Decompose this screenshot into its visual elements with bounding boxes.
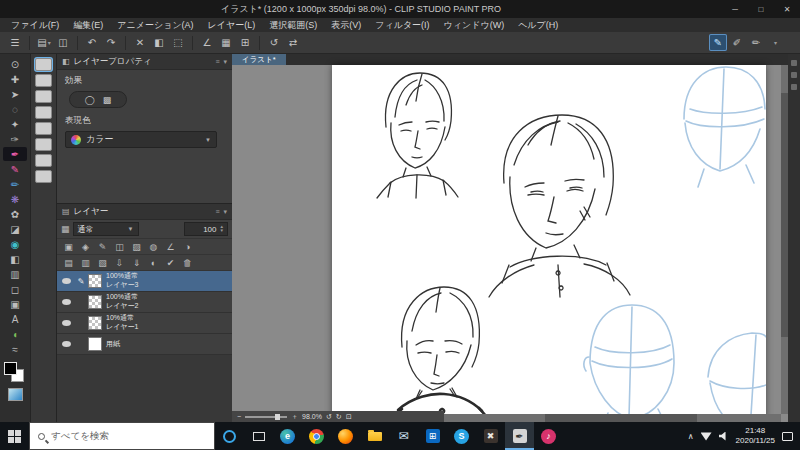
menu-filter[interactable]: フィルター(I) — [368, 19, 436, 32]
menu-window[interactable]: ウィンドウ(W) — [437, 19, 512, 32]
curve-line-icon[interactable]: ✏ — [747, 34, 765, 51]
minimize-icon[interactable]: ─ — [722, 0, 748, 18]
view-flip-icon[interactable]: ⇄ — [284, 34, 302, 51]
menu-selection[interactable]: 選択範囲(S) — [262, 19, 324, 32]
firefox-button[interactable] — [331, 422, 360, 450]
subtool-item[interactable] — [35, 106, 52, 119]
merge-down-icon[interactable]: ⇓ — [130, 257, 143, 269]
visibility-eye-icon[interactable] — [62, 320, 71, 326]
layer-thumbnail[interactable] — [88, 274, 102, 288]
zoom-tool-icon[interactable]: ⊙ — [3, 57, 27, 71]
zoom-in-icon[interactable]: ＋ — [291, 412, 298, 422]
cortana-button[interactable] — [215, 422, 244, 450]
menu-view[interactable]: 表示(V) — [324, 19, 368, 32]
navigator-palette-tab[interactable] — [791, 72, 797, 78]
apply-mask-icon[interactable]: ✔ — [164, 257, 177, 269]
clip-studio-paint-button[interactable]: ✒ — [505, 422, 534, 450]
layer-panel-header[interactable]: ▤ レイヤー ≡▾ — [57, 204, 232, 220]
panel-collapse-icon[interactable]: ▾ — [223, 208, 227, 216]
subtool-item[interactable] — [35, 170, 52, 183]
menu-layer[interactable]: レイヤー(L) — [201, 19, 263, 32]
tray-expand-icon[interactable]: ∧ — [688, 432, 694, 441]
operation-tool-icon[interactable]: ➤ — [3, 87, 27, 101]
snap-grid-icon[interactable]: ▦ — [217, 34, 235, 51]
move-tool-icon[interactable]: ✚ — [3, 72, 27, 86]
new-canvas-icon[interactable]: ▤▾ — [35, 34, 53, 51]
gradient-tool-icon[interactable]: ▥ — [3, 267, 27, 281]
layer-row[interactable]: 100%通常 レイヤー2 — [57, 292, 232, 313]
panel-menu-icon[interactable]: ≡ — [215, 58, 219, 66]
menu-file[interactable]: ファイル(F) — [4, 19, 66, 32]
figure-tool-icon[interactable]: ◻ — [3, 282, 27, 296]
task-view-button[interactable] — [244, 422, 273, 450]
panel-collapse-icon[interactable]: ▾ — [223, 58, 227, 66]
clip-studio-button[interactable]: ✖ — [476, 422, 505, 450]
horizontal-scrollbar-thumb[interactable] — [545, 414, 697, 422]
canvas-page[interactable] — [332, 65, 766, 422]
command-bar-more-icon[interactable]: ▾ — [766, 34, 784, 51]
blend-tool-icon[interactable]: ◉ — [3, 237, 27, 251]
save-icon[interactable]: ◫ — [54, 34, 72, 51]
balloon-tool-icon[interactable]: ◖ — [3, 327, 27, 341]
snap-special-icon[interactable]: ⊞ — [236, 34, 254, 51]
lock-transparent-icon[interactable]: ▨ — [130, 241, 143, 253]
snap-ruler-icon[interactable]: ∠ — [198, 34, 216, 51]
primary-color-swatch[interactable] — [4, 362, 17, 375]
volume-icon[interactable] — [719, 432, 729, 441]
layer-property-header[interactable]: ◧ レイヤープロパティ ≡▾ — [57, 54, 232, 70]
vertical-scrollbar[interactable] — [781, 65, 788, 414]
chrome-button[interactable] — [302, 422, 331, 450]
edge-button[interactable]: e — [273, 422, 302, 450]
layer-row[interactable]: ✎ 100%通常 レイヤー3 — [57, 271, 232, 292]
zoom-slider[interactable] — [245, 416, 287, 418]
blend-mode-dropdown[interactable]: 通常 ▼ — [73, 222, 139, 236]
new-folder-icon[interactable]: ▧ — [96, 257, 109, 269]
view-rotate-icon[interactable]: ↺ — [265, 34, 283, 51]
rotate-left-icon[interactable]: ↺ — [326, 413, 332, 421]
taskbar-search-input[interactable]: すべてを検索 — [29, 422, 215, 450]
lock-layer-icon[interactable]: ◫ — [113, 241, 126, 253]
paper-thumbnail[interactable] — [88, 337, 102, 351]
layer-row[interactable]: 10%通常 レイヤー1 — [57, 313, 232, 334]
pencil-tool-icon[interactable]: ✎ — [3, 162, 27, 176]
sub-color-swatch[interactable] — [8, 388, 23, 401]
document-tab[interactable]: イラスト* — [232, 54, 286, 65]
vertical-scrollbar-thumb[interactable] — [781, 93, 788, 337]
wifi-icon[interactable] — [701, 432, 712, 441]
fill-icon[interactable]: ◧ — [150, 34, 168, 51]
undo-icon[interactable]: ↶ — [83, 34, 101, 51]
main-menu-icon[interactable]: ☰ — [6, 34, 24, 51]
notification-center-icon[interactable] — [782, 432, 793, 441]
visibility-eye-icon[interactable] — [62, 341, 71, 347]
menu-animation[interactable]: アニメーション(A) — [110, 19, 200, 32]
auto-select-tool-icon[interactable]: ✦ — [3, 117, 27, 131]
horizontal-scrollbar[interactable] — [444, 414, 781, 422]
clipping-icon[interactable]: ▣ — [62, 241, 75, 253]
layer-row[interactable]: 用紙 — [57, 334, 232, 355]
history-palette-tab[interactable] — [791, 84, 797, 90]
decoration-tool-icon[interactable]: ✿ — [3, 207, 27, 221]
close-icon[interactable]: ✕ — [774, 0, 800, 18]
eraser-tool-icon[interactable]: ◪ — [3, 222, 27, 236]
airbrush-tool-icon[interactable]: ❋ — [3, 192, 27, 206]
redo-icon[interactable]: ↷ — [102, 34, 120, 51]
clock[interactable]: 21:48 2020/11/25 — [736, 426, 775, 446]
eyedropper-tool-icon[interactable]: ✑ — [3, 132, 27, 146]
menu-edit[interactable]: 編集(E) — [66, 19, 110, 32]
create-mask-icon[interactable]: ◐ — [147, 257, 160, 269]
reference-layer-icon[interactable]: ◈ — [79, 241, 92, 253]
expression-color-dropdown[interactable]: カラー ▼ — [65, 131, 217, 148]
fill-tool-icon[interactable]: ◧ — [3, 252, 27, 266]
subtool-item[interactable] — [35, 74, 52, 87]
menu-help[interactable]: ヘルプ(H) — [511, 19, 565, 32]
pen-tool-icon[interactable]: ✒ — [3, 147, 27, 161]
border-effect-icon[interactable]: ◯ — [85, 95, 95, 105]
skype-button[interactable]: S — [447, 422, 476, 450]
material-palette-tab[interactable] — [791, 60, 797, 66]
subtool-item[interactable] — [35, 90, 52, 103]
file-explorer-button[interactable] — [360, 422, 389, 450]
opacity-spinner[interactable]: ▲▼ — [220, 225, 224, 234]
music-button[interactable]: ♪ — [534, 422, 563, 450]
delete-icon[interactable]: ✕ — [131, 34, 149, 51]
rotate-right-icon[interactable]: ↻ — [336, 413, 342, 421]
